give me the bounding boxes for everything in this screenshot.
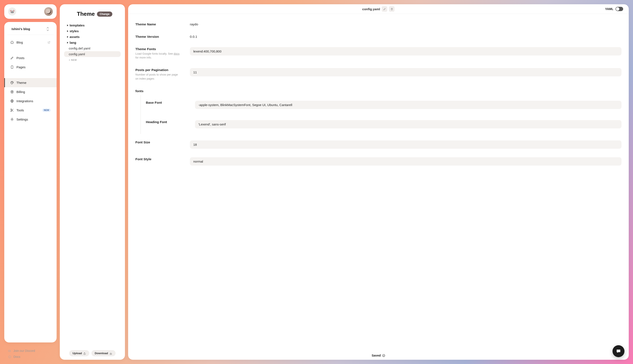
desc-pagination: Number of posts to show per page on inde… bbox=[135, 73, 180, 80]
input-font-style[interactable] bbox=[190, 157, 621, 166]
nav-billing[interactable]: Billing bbox=[4, 87, 57, 96]
docs-link[interactable]: docs bbox=[174, 52, 179, 55]
mode-label: YAML bbox=[605, 7, 613, 11]
home-icon bbox=[10, 40, 14, 44]
value-theme-name: raydo bbox=[190, 22, 621, 26]
avatar[interactable] bbox=[44, 7, 53, 16]
caret-right-icon bbox=[67, 42, 68, 44]
editor-panel: config.yaml YAML Theme Name raydo Theme … bbox=[128, 4, 629, 360]
label-theme-name: Theme Name bbox=[135, 22, 190, 26]
input-pagination[interactable] bbox=[190, 68, 621, 76]
pencil-icon bbox=[10, 56, 14, 60]
nav-pages[interactable]: Pages bbox=[4, 62, 57, 72]
desc-theme-fonts: Load Google fonts locally. See docs for … bbox=[135, 52, 180, 60]
editor-header: config.yaml YAML bbox=[128, 4, 629, 14]
input-base-font[interactable] bbox=[195, 101, 621, 109]
chat-icon bbox=[616, 349, 621, 354]
palette-icon bbox=[10, 81, 14, 84]
upload-icon bbox=[83, 352, 86, 355]
nav-settings[interactable]: Settings bbox=[4, 115, 57, 124]
editor-filename: config.yaml bbox=[362, 7, 380, 11]
dollar-icon bbox=[10, 90, 14, 94]
discord-icon bbox=[8, 349, 11, 352]
label-font-size: Font Size bbox=[135, 140, 190, 144]
info-icon bbox=[8, 355, 11, 358]
yaml-toggle[interactable] bbox=[615, 7, 623, 11]
nav-posts[interactable]: Posts bbox=[4, 53, 57, 62]
caret-right-icon bbox=[67, 24, 68, 26]
external-link-icon bbox=[47, 40, 51, 44]
sidebar-footer: Join our Discord Docs bbox=[4, 346, 57, 360]
site-name: Ishini's blog bbox=[12, 27, 30, 31]
footer-discord[interactable]: Join our Discord bbox=[8, 348, 53, 354]
new-file-button[interactable]: + NEW bbox=[64, 57, 121, 63]
tree-title: Theme bbox=[77, 11, 95, 17]
caret-right-icon bbox=[67, 36, 68, 38]
svg-point-2 bbox=[12, 82, 12, 82]
section-fonts: fonts bbox=[135, 85, 621, 95]
page-icon bbox=[10, 65, 14, 69]
nav-tools[interactable]: Tools NEW bbox=[4, 106, 57, 115]
input-heading-font[interactable] bbox=[195, 120, 621, 128]
input-font-size[interactable] bbox=[190, 140, 621, 149]
input-theme-fonts[interactable] bbox=[190, 47, 621, 56]
label-theme-fonts: Theme Fonts bbox=[135, 47, 190, 51]
file-config-def[interactable]: config.def.yaml bbox=[64, 46, 121, 51]
folder-lang[interactable]: lang bbox=[64, 40, 121, 46]
nav-blog[interactable]: Blog bbox=[4, 38, 57, 47]
label-pagination: Posts per Pagination bbox=[135, 68, 190, 72]
download-button[interactable]: Download bbox=[91, 350, 115, 356]
rename-button[interactable] bbox=[382, 6, 387, 12]
download-icon bbox=[109, 352, 112, 355]
file-config[interactable]: config.yaml bbox=[64, 51, 121, 57]
chat-fab[interactable] bbox=[612, 345, 624, 357]
folder-styles[interactable]: styles bbox=[64, 28, 121, 34]
site-selector[interactable]: Ishini's blog bbox=[7, 26, 54, 35]
svg-point-12 bbox=[383, 354, 385, 356]
trash-icon bbox=[390, 8, 393, 10]
folder-assets[interactable]: assets bbox=[64, 34, 121, 40]
sidebar-nav: Ishini's blog Blog Posts bbox=[4, 22, 57, 342]
saved-toast: Saved bbox=[372, 354, 385, 357]
file-tree: templates styles assets lang config.def.… bbox=[60, 22, 125, 347]
caret-right-icon bbox=[67, 30, 68, 32]
check-circle-icon bbox=[382, 354, 385, 357]
svg-point-8 bbox=[12, 119, 13, 120]
svg-point-10 bbox=[10, 350, 10, 351]
svg-point-9 bbox=[9, 350, 10, 351]
change-theme-button[interactable]: Change bbox=[97, 12, 112, 17]
app-logo[interactable]: 🐭 bbox=[8, 8, 16, 16]
label-theme-version: Theme Version bbox=[135, 35, 190, 38]
label-base-font: Base Font bbox=[146, 101, 195, 104]
sidebar-top-card: 🐭 bbox=[4, 4, 57, 19]
file-tree-panel: Theme Change templates styles assets lan… bbox=[60, 4, 125, 360]
scissors-icon bbox=[10, 108, 14, 112]
nav-integrations[interactable]: Integrations bbox=[4, 96, 57, 106]
footer-docs[interactable]: Docs bbox=[8, 354, 53, 360]
gear-icon bbox=[10, 118, 14, 121]
label-heading-font: Heading Font bbox=[146, 120, 195, 124]
globe-icon bbox=[10, 99, 14, 103]
chevron-updown-icon bbox=[46, 28, 49, 30]
svg-rect-0 bbox=[11, 66, 13, 68]
pencil-icon bbox=[383, 8, 386, 10]
new-badge: NEW bbox=[42, 108, 51, 112]
upload-button[interactable]: Upload bbox=[69, 350, 89, 356]
delete-button[interactable] bbox=[389, 6, 395, 12]
folder-templates[interactable]: templates bbox=[64, 22, 121, 28]
label-font-style: Font Style bbox=[135, 157, 190, 161]
nav-theme[interactable]: Theme bbox=[4, 78, 57, 87]
value-theme-version: 0.0.1 bbox=[190, 35, 621, 38]
